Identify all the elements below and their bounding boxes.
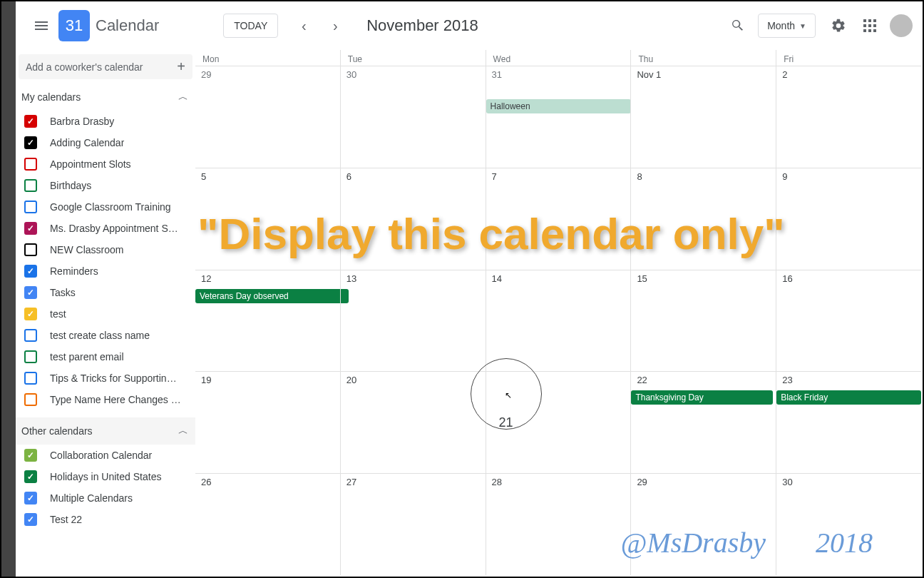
prev-month-button[interactable]: ‹ [289, 11, 318, 40]
weekday-header: Fri [776, 50, 921, 66]
calendar-label: test [50, 308, 66, 320]
google-apps-button[interactable] [856, 11, 884, 40]
day-number: 23 [782, 375, 915, 385]
view-label: Month [767, 20, 795, 31]
calendar-list-item[interactable]: test create class name [16, 325, 195, 346]
calendar-checkbox[interactable] [24, 372, 37, 385]
calendar-checkbox[interactable] [24, 393, 37, 406]
day-cell[interactable]: 30 [340, 66, 486, 168]
calendar-checkbox[interactable] [24, 329, 37, 342]
weekday-header: Thu [630, 50, 776, 66]
calendar-list-item[interactable]: Collaboration Calendar [16, 445, 195, 466]
my-calendars-header[interactable]: My calendars ︿ [16, 83, 195, 111]
day-number: 22 [637, 375, 770, 385]
calendar-checkbox[interactable] [24, 449, 37, 462]
day-cell[interactable]: 21↖ [486, 372, 631, 473]
calendar-list-item[interactable]: test [16, 303, 195, 325]
chevron-up-icon: ︿ [178, 91, 188, 103]
day-cell[interactable]: 19 [195, 372, 340, 473]
calendar-label: Barbra Drasby [50, 116, 114, 127]
day-cell[interactable]: 7 [486, 168, 631, 270]
calendar-checkbox[interactable] [24, 513, 37, 526]
day-cell[interactable]: 31Halloween [486, 66, 631, 168]
calendar-checkbox[interactable] [24, 286, 37, 299]
calendar-list-item[interactable]: Adding Calendar [16, 132, 195, 153]
calendar-list-item[interactable]: Birthdays [16, 175, 195, 196]
calendar-label: Appointment Slots [50, 158, 131, 170]
day-cell[interactable]: 15 [630, 270, 776, 372]
calendar-list-item[interactable]: Reminders [16, 260, 195, 282]
calendar-checkbox[interactable] [24, 201, 37, 213]
view-select[interactable]: Month ▼ [758, 14, 816, 38]
day-cell[interactable]: 12Veterans Day observed [195, 270, 340, 372]
event-veterans-day[interactable]: Veterans Day observed [195, 289, 349, 303]
event-black-friday[interactable]: Black Friday [776, 390, 921, 405]
calendar-list-item[interactable]: Ms. Drasby Appointment S… [16, 218, 195, 239]
calendar-list-item[interactable]: Type Name Here Changes … [16, 389, 195, 410]
calendar-checkbox[interactable] [24, 158, 37, 171]
calendar-checkbox[interactable] [24, 136, 37, 149]
day-cell[interactable]: 30 [776, 474, 921, 575]
calendar-list-item[interactable]: Holidays in United States [16, 466, 195, 487]
day-number: 28 [492, 477, 625, 487]
add-coworker-placeholder: Add a coworker's calendar [26, 61, 143, 73]
day-number: 9 [782, 171, 915, 182]
search-button[interactable] [724, 11, 752, 40]
day-cell[interactable]: 13 [340, 270, 486, 372]
account-avatar[interactable] [890, 14, 913, 37]
calendar-label: Tips & Tricks for Supportin… [50, 372, 177, 384]
next-month-button[interactable]: › [321, 11, 349, 40]
calendar-list-item[interactable]: test parent email [16, 346, 195, 367]
day-cell[interactable]: 28 [486, 474, 631, 575]
calendar-label: Multiple Calendars [50, 492, 133, 504]
event-thanksgiving[interactable]: Thanksgiving Day [631, 390, 773, 405]
calendar-list-item[interactable]: Multiple Calendars [16, 487, 195, 509]
calendar-list-item[interactable]: Tips & Tricks for Supportin… [16, 367, 195, 389]
week-row: 2627282930 [195, 473, 921, 575]
day-cell[interactable]: 29 [195, 66, 340, 168]
plus-icon: + [177, 59, 185, 75]
day-cell[interactable]: 5 [195, 168, 340, 270]
calendar-checkbox[interactable] [24, 222, 37, 235]
calendar-checkbox[interactable] [24, 470, 37, 483]
day-cell[interactable]: 9 [776, 168, 921, 270]
day-cell[interactable]: 14 [486, 270, 631, 372]
calendar-list-item[interactable]: Barbra Drasby [16, 111, 195, 132]
day-cell[interactable]: 8 [630, 168, 776, 270]
calendar-list-item[interactable]: Tasks [16, 282, 195, 303]
calendar-list-item[interactable]: Appointment Slots [16, 153, 195, 175]
day-cell[interactable]: 20 [340, 372, 486, 473]
today-button[interactable]: TODAY [223, 14, 278, 38]
calendar-list-item[interactable]: Google Classroom Training [16, 196, 195, 218]
main-menu-button[interactable] [24, 9, 58, 43]
day-number: 19 [201, 375, 334, 385]
calendar-checkbox[interactable] [24, 350, 37, 363]
calendar-checkbox[interactable] [24, 179, 37, 192]
event-halloween[interactable]: Halloween [486, 99, 632, 113]
settings-button[interactable] [824, 11, 853, 40]
day-cell[interactable]: 16 [776, 270, 921, 372]
day-cell[interactable]: 2 [776, 66, 921, 168]
day-cell[interactable]: 27 [340, 474, 486, 575]
calendar-checkbox[interactable] [24, 243, 37, 256]
calendar-checkbox[interactable] [24, 492, 37, 505]
day-cell[interactable]: 22Thanksgiving Day [630, 372, 776, 473]
day-cell[interactable]: 29 [630, 474, 776, 575]
calendar-checkbox[interactable] [24, 308, 37, 320]
calendar-list-item[interactable]: NEW Classroom [16, 239, 195, 260]
calendar-checkbox[interactable] [24, 265, 37, 278]
app-title: Calendar [96, 16, 159, 35]
weekday-header: Wed [486, 50, 631, 66]
day-cell[interactable]: 6 [340, 168, 486, 270]
day-cell[interactable]: 23Black Friday [776, 372, 921, 473]
weekday-header: Mon [195, 50, 340, 66]
other-calendars-header[interactable]: Other calendars ︿ [16, 417, 195, 445]
day-cell[interactable]: Nov 1 [630, 66, 776, 168]
calendar-list-item[interactable]: Test 22 [16, 509, 195, 530]
day-cell[interactable]: 26 [195, 474, 340, 575]
gear-icon [831, 18, 846, 34]
add-coworker-calendar[interactable]: Add a coworker's calendar + [19, 54, 192, 79]
my-calendars-list: Barbra DrasbyAdding CalendarAppointment … [16, 111, 195, 410]
other-calendars-label: Other calendars [21, 425, 93, 437]
calendar-checkbox[interactable] [24, 115, 37, 128]
